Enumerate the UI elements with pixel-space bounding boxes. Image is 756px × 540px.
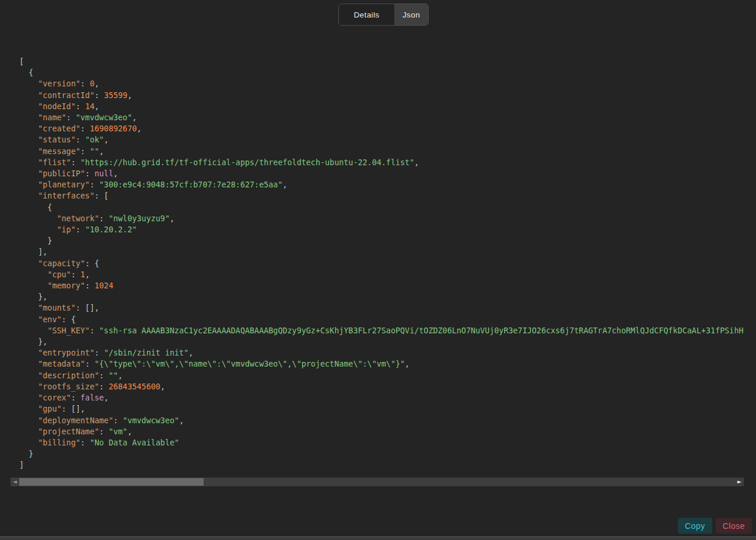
code-line: "network": "nwl0y3uyzu9", [19, 213, 756, 224]
json-token: , [414, 158, 419, 167]
json-token: , [160, 382, 165, 391]
scroll-right-button[interactable]: ► [735, 478, 744, 486]
code-line: }, [19, 336, 756, 347]
json-token [19, 91, 38, 100]
json-token [19, 124, 38, 133]
json-token: "{\"type\":\"vm\",\"name\":\"vmvdwcw3eo\… [94, 360, 405, 368]
json-token: : [99, 427, 108, 436]
json-token [19, 191, 38, 200]
json-token: "name" [38, 113, 66, 122]
deployment-details-dialog: Details Json [ { "version": 0, "contract… [0, 0, 756, 540]
json-token: "ssh-rsa AAAAB3NzaC1yc2EAAAADAQABAAABgQD… [99, 326, 743, 335]
json-token [19, 438, 38, 447]
scroll-left-button[interactable]: ◄ [10, 478, 19, 486]
json-token: : [80, 147, 90, 156]
json-token [19, 416, 38, 425]
json-token [19, 113, 38, 122]
json-token: , [405, 360, 410, 368]
json-token: "vmvdwcw3eo" [123, 416, 179, 425]
close-button[interactable]: Close [716, 518, 752, 534]
code-line: "flist": "https://hub.grid.tf/tf-officia… [19, 157, 756, 168]
json-token: : { [62, 315, 76, 324]
json-token: "gpu" [38, 405, 61, 413]
json-token: , [282, 180, 287, 189]
code-line: "gpu": [], [19, 403, 756, 414]
json-token [19, 180, 38, 189]
json-token: }, [19, 337, 47, 346]
dialog-actions: Copy Close [678, 518, 752, 534]
json-token: "capacity" [38, 259, 85, 268]
json-viewer: [ { "version": 0, "contractId": 35599, "… [19, 56, 756, 471]
json-token: : [66, 113, 76, 122]
code-line: "nodeId": 14, [19, 101, 756, 112]
json-token: "status" [38, 135, 76, 144]
json-token: "flist" [38, 158, 71, 167]
json-token: : [90, 326, 99, 335]
json-token: 14 [85, 102, 94, 111]
json-token: , [137, 124, 142, 133]
triangle-left-icon: ◄ [13, 478, 17, 486]
code-line: } [19, 235, 756, 246]
json-token: , [170, 214, 174, 223]
json-token: , [118, 371, 123, 380]
json-token: "mounts" [38, 304, 76, 312]
code-line: "message": "", [19, 146, 756, 157]
scrollbar-thumb[interactable] [19, 478, 204, 486]
code-line: { [19, 67, 756, 78]
page-bottom-edge [0, 536, 756, 540]
horizontal-scrollbar[interactable]: ◄ ► [10, 478, 744, 486]
json-token: "No Data Available" [90, 438, 179, 447]
json-token [19, 214, 57, 223]
json-token: "https://hub.grid.tf/tf-official-apps/th… [80, 158, 414, 167]
code-line: "projectName": "vm", [19, 426, 756, 437]
json-token: , [132, 113, 137, 122]
json-token: : [], [76, 304, 99, 312]
json-token: "vmvdwcw3eo" [76, 113, 132, 122]
json-token: } [19, 450, 33, 458]
json-token [19, 135, 38, 144]
json-token: : [80, 124, 90, 133]
json-token [19, 259, 38, 268]
code-line: "corex": false, [19, 392, 756, 403]
json-token: } [19, 236, 52, 245]
json-token: : { [85, 259, 99, 268]
code-line: "planetary": "300:e9c4:9048:57cf:b707:7e… [19, 179, 756, 190]
json-token: , [94, 79, 99, 88]
json-token: , [188, 349, 193, 357]
json-token: , [113, 169, 118, 178]
json-token: : [80, 438, 90, 447]
code-line: }, [19, 291, 756, 302]
json-token: "nodeId" [38, 102, 76, 111]
code-line: "created": 1690892670, [19, 123, 756, 134]
json-token [19, 147, 38, 156]
json-token: : [113, 416, 123, 425]
json-token: "SSH_KEY" [47, 326, 90, 335]
code-line: "deploymentName": "vmvdwcw3eo", [19, 415, 756, 426]
json-token: 0 [90, 79, 94, 88]
json-token: : [94, 349, 104, 357]
code-line: "ip": "10.20.2.2" [19, 224, 756, 235]
json-token: "planetary" [38, 180, 90, 189]
code-line: "contractId": 35599, [19, 90, 756, 101]
json-token: , [85, 270, 90, 279]
code-line: "cpu": 1, [19, 269, 756, 280]
json-token: : [99, 214, 108, 223]
code-line: { [19, 202, 756, 213]
json-token: "interfaces" [38, 191, 94, 200]
json-token: : [99, 371, 108, 380]
json-token: [ [19, 57, 24, 66]
json-token: : [99, 382, 108, 391]
json-token: "network" [57, 214, 100, 223]
code-line: } [19, 448, 756, 459]
json-token: "300:e9c4:9048:57cf:b707:7e28:627:e5aa" [99, 180, 282, 189]
copy-button[interactable]: Copy [678, 518, 712, 534]
tab-json[interactable]: Json [394, 4, 428, 25]
json-token [19, 371, 38, 380]
code-line: "rootfs_size": 26843545600, [19, 381, 756, 392]
json-token: "nwl0y3uyzu9" [108, 214, 170, 223]
tab-details[interactable]: Details [339, 4, 394, 25]
code-line: "name": "vmvdwcw3eo", [19, 112, 756, 123]
json-token: "vm" [108, 427, 127, 436]
json-token: : [85, 169, 94, 178]
json-token: "projectName" [38, 427, 99, 436]
